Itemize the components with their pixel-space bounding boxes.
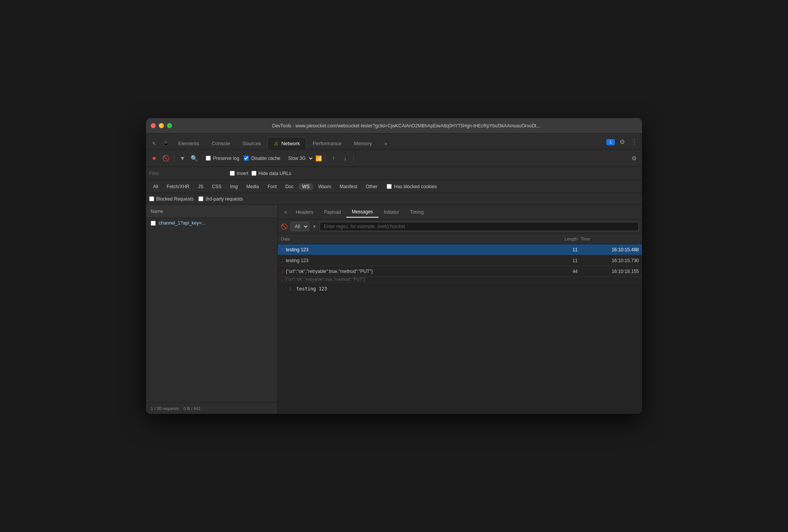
receive-arrow-icon: ↓ (281, 257, 284, 263)
second-filter-bar: Blocked Requests 3rd-party requests (146, 193, 642, 205)
settings-gear-icon: ⚙ (631, 155, 637, 162)
detail-tab-initiator[interactable]: Initiator (379, 207, 404, 217)
cursor-icon: ↖ (152, 141, 157, 146)
message-filter-bar: 🚫 All ▼ (278, 220, 642, 233)
window-title: DevTools - www.piesocket.com/websocket-t… (175, 123, 637, 129)
blocked-requests-checkbox[interactable] (149, 196, 154, 201)
type-btn-all[interactable]: All (149, 183, 162, 190)
minimize-button[interactable] (159, 123, 164, 128)
receive-arrow-icon: ↓ (281, 268, 284, 274)
record-button[interactable]: ● (149, 153, 159, 163)
type-btn-fetch-xhr[interactable]: Fetch/XHR (163, 183, 193, 190)
warning-icon: ⚠ (274, 141, 279, 146)
request-count: 1 / 30 requests (151, 406, 179, 411)
preview-content: testing 123 (296, 286, 327, 410)
message-row[interactable]: ↓ testing 123 11 16:10:15.730 (278, 255, 642, 266)
type-btn-doc[interactable]: Doc (281, 183, 297, 190)
invert-checkbox[interactable] (230, 171, 235, 176)
stop-icon[interactable]: 🚫 (281, 223, 287, 230)
upload-button[interactable]: ↑ (329, 153, 339, 163)
message-row-partial[interactable]: ↓ {"url":"ok","retryable":true,"method":… (278, 277, 642, 282)
network-settings-button[interactable]: ⚙ (629, 153, 639, 163)
download-button[interactable]: ↓ (340, 153, 350, 163)
record-icon: ● (152, 154, 157, 162)
message-preview-panel: 1 testing 123 (278, 282, 642, 414)
wifi-icon: 📶 (315, 155, 322, 161)
notification-badge[interactable]: 1 (606, 139, 615, 145)
message-row[interactable]: ↑ testing 123 11 16:10:15.488 (278, 244, 642, 255)
message-type-select[interactable]: All (291, 222, 309, 231)
tab-console[interactable]: Console (205, 137, 236, 149)
preserve-log-checkbox[interactable] (206, 156, 211, 161)
detail-tab-timing[interactable]: Timing (404, 207, 429, 217)
tab-sources[interactable]: Sources (236, 137, 267, 149)
disable-cache-option[interactable]: Disable cache (244, 156, 280, 161)
throttle-select[interactable]: Slow 3G (285, 154, 314, 162)
more-options-icon[interactable]: ⋮ (630, 137, 639, 146)
detail-tabbar: × Headers Payload Messages Initiator Tim… (278, 205, 642, 220)
has-blocked-cookies-checkbox[interactable] (387, 184, 392, 189)
preserve-log-option[interactable]: Preserve log (206, 156, 239, 161)
tab-performance[interactable]: Performance (306, 137, 348, 149)
maximize-button[interactable] (167, 123, 172, 128)
msg-time: 16:10:15.488 (581, 247, 639, 252)
tab-elements[interactable]: Elements (172, 137, 205, 149)
hide-data-urls-option[interactable]: Hide data URLs (251, 171, 291, 176)
tab-device-tool[interactable]: 📱 (160, 137, 172, 149)
msg-data-cell: ↓ {"url":"ok","retryable":true,"method":… (281, 277, 534, 281)
close-button[interactable] (151, 123, 156, 128)
search-button[interactable]: 🔍 (189, 153, 199, 163)
type-btn-css[interactable]: CSS (208, 183, 225, 190)
main-content: Name channel_1?api_key=... 1 / 30 reques… (146, 205, 642, 414)
filter-input[interactable] (149, 171, 227, 176)
settings-icon[interactable]: ⚙ (618, 137, 626, 146)
type-btn-img[interactable]: Img (226, 183, 242, 190)
message-row[interactable]: ↓ {"url":"ok","retryable":true,"method":… (278, 266, 642, 277)
request-checkbox[interactable] (151, 221, 156, 226)
close-detail-button[interactable]: × (281, 208, 290, 217)
type-btn-other[interactable]: Other (362, 183, 381, 190)
requests-panel: Name channel_1?api_key=... 1 / 30 reques… (146, 205, 278, 414)
type-btn-js[interactable]: JS (194, 183, 207, 190)
search-icon: 🔍 (191, 155, 198, 162)
third-party-checkbox[interactable] (198, 196, 203, 201)
blocked-requests-option[interactable]: Blocked Requests (149, 196, 194, 202)
toolbar-sep-4 (353, 154, 354, 162)
receive-arrow-icon: ↓ (281, 277, 283, 281)
send-arrow-icon: ↑ (281, 247, 284, 252)
titlebar: DevTools - www.piesocket.com/websocket-t… (146, 118, 642, 134)
request-row[interactable]: channel_1?api_key=... (146, 218, 277, 228)
line-number: 1 (284, 286, 292, 410)
message-filter-input[interactable] (320, 222, 639, 231)
hide-data-urls-checkbox[interactable] (251, 171, 256, 176)
col-header-time: Time (581, 237, 639, 241)
third-party-option[interactable]: 3rd-party requests (198, 196, 243, 202)
filter-button[interactable]: ▼ (177, 153, 188, 163)
tab-network[interactable]: ⚠ Network (267, 137, 306, 149)
type-filter-bar: All Fetch/XHR JS CSS Img Media Font Doc … (146, 180, 642, 193)
download-icon: ↓ (344, 155, 347, 162)
type-btn-font[interactable]: Font (263, 183, 280, 190)
toolbar-sep-1 (174, 154, 174, 162)
invert-option[interactable]: Invert (230, 171, 248, 176)
type-btn-wasm[interactable]: Wasm (314, 183, 335, 190)
msg-length: 11 (534, 247, 581, 252)
devtools-window: DevTools - www.piesocket.com/websocket-t… (146, 118, 642, 414)
tab-more[interactable]: » (378, 137, 393, 149)
detail-tab-payload[interactable]: Payload (319, 207, 346, 217)
detail-tab-messages[interactable]: Messages (346, 207, 379, 218)
upload-icon: ↑ (332, 155, 335, 162)
transfer-size: 0 B / 841 (184, 406, 201, 411)
detail-tab-headers[interactable]: Headers (290, 207, 318, 217)
main-tabbar: ↖ 📱 Elements Console Sources ⚠ Network P… (146, 134, 642, 150)
type-btn-manifest[interactable]: Manifest (336, 183, 361, 190)
type-btn-ws[interactable]: WS (298, 183, 313, 190)
clear-button[interactable]: 🚫 (161, 153, 171, 163)
disable-cache-checkbox[interactable] (244, 156, 249, 161)
tab-cursor-tool[interactable]: ↖ (149, 137, 160, 149)
requests-empty-space (146, 228, 277, 402)
requests-footer: 1 / 30 requests 0 B / 841 (146, 402, 277, 414)
filter-icon: ▼ (180, 155, 186, 161)
type-btn-media[interactable]: Media (243, 183, 263, 190)
tab-memory[interactable]: Memory (348, 137, 378, 149)
